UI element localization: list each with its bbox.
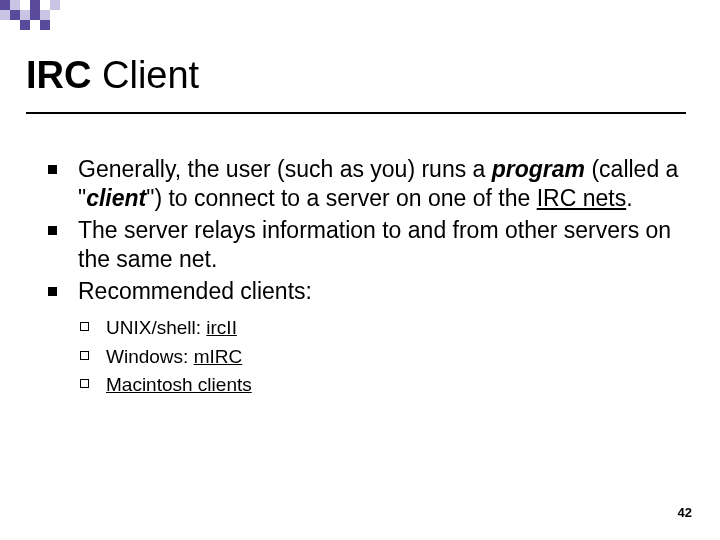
bullet-1: Generally, the user (such as you) runs a… (44, 155, 684, 214)
svg-rect-7 (30, 10, 40, 20)
svg-rect-3 (50, 0, 60, 10)
sub-unix: UNIX/shell: ircII (78, 314, 684, 343)
svg-rect-6 (20, 10, 30, 20)
svg-rect-2 (30, 0, 40, 10)
sub-macintosh: Macintosh clients (78, 371, 684, 400)
svg-rect-9 (20, 20, 30, 30)
svg-rect-4 (0, 10, 10, 20)
bullet-2: The server relays information to and fro… (44, 216, 684, 275)
svg-rect-10 (40, 20, 50, 30)
link-irc-nets[interactable]: IRC nets (537, 185, 626, 211)
title-rest: Client (91, 54, 199, 96)
slide-title: IRC Client (26, 55, 199, 97)
word-program: program (492, 156, 585, 182)
title-underline (26, 112, 686, 114)
link-ircii[interactable]: ircII (206, 317, 237, 338)
decorative-squares (0, 0, 130, 40)
svg-rect-1 (10, 0, 20, 10)
link-macintosh-clients[interactable]: Macintosh clients (106, 374, 252, 395)
bullet-3: Recommended clients: UNIX/shell: ircII W… (44, 277, 684, 400)
sub-windows: Windows: mIRC (78, 343, 684, 372)
svg-rect-5 (10, 10, 20, 20)
word-client: client (86, 185, 146, 211)
svg-rect-0 (0, 0, 10, 10)
slide-body: Generally, the user (such as you) runs a… (44, 155, 684, 402)
svg-rect-8 (40, 10, 50, 20)
title-bold: IRC (26, 54, 91, 96)
link-mirc[interactable]: mIRC (194, 346, 243, 367)
page-number: 42 (678, 505, 692, 520)
